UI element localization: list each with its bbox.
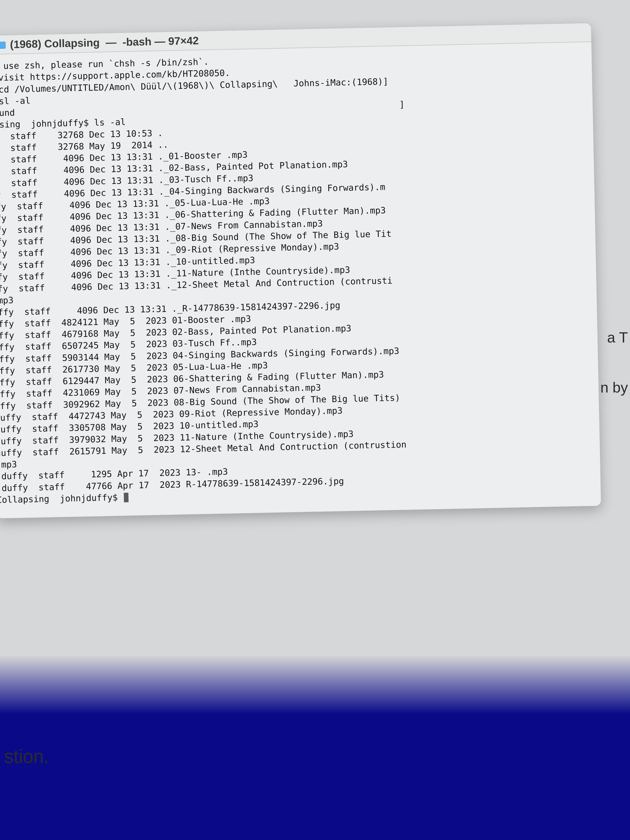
- terminal-window[interactable]: (1968) Collapsing — -bash — 97×42 to use…: [0, 23, 601, 518]
- folder-icon: [0, 40, 6, 49]
- cursor: [124, 493, 128, 502]
- window-title: (1968) Collapsing — -bash — 97×42: [10, 34, 199, 51]
- background-text-fragment: stion.: [4, 746, 49, 767]
- background-text-fragment: a T: [607, 329, 628, 346]
- background-text-fragment: n by: [600, 379, 628, 396]
- terminal-output[interactable]: to use zsh, please run `chsh -s /bin/zsh…: [0, 42, 601, 518]
